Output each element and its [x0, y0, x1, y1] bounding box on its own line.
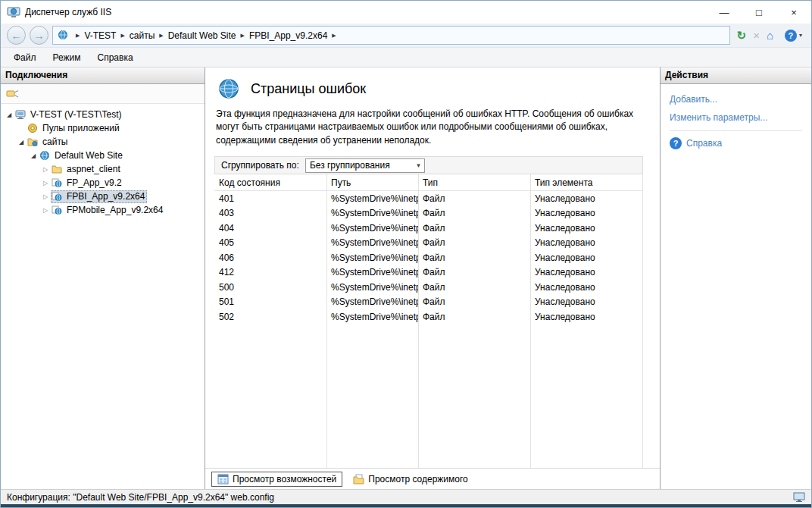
view-tabs-bar: Просмотр возможностейПросмотр содержимог…: [205, 468, 660, 489]
close-button[interactable]: ×: [776, 1, 811, 24]
breadcrumb-item[interactable]: V-TEST: [84, 30, 116, 41]
expander-icon[interactable]: ◢: [16, 139, 27, 146]
table-cell: %SystemDrive%\inetpu...: [326, 237, 418, 248]
action-item[interactable]: Изменить параметры...: [670, 112, 802, 123]
table-cell: Файл: [418, 282, 530, 293]
feature-view: Страницы ошибок Эта функция предназначен…: [205, 67, 660, 489]
view-tab[interactable]: Просмотр возможностей: [211, 472, 342, 487]
view-tab-label: Просмотр возможностей: [233, 474, 336, 484]
expander-icon[interactable]: ◢: [28, 152, 39, 159]
tree-item-body[interactable]: aspnet_client: [51, 163, 123, 176]
table-row[interactable]: 500%SystemDrive%\inetpu...ФайлУнаследова…: [214, 280, 642, 295]
maximize-button[interactable]: □: [742, 1, 776, 24]
action-link[interactable]: Справка: [686, 138, 722, 149]
help-icon: ?: [670, 137, 682, 149]
refresh-icon[interactable]: ↻: [737, 30, 747, 41]
group-by-dropdown[interactable]: Без группирования ▾: [305, 158, 425, 173]
folder-icon: [52, 164, 64, 174]
expander-icon[interactable]: ▷: [40, 207, 51, 214]
table-cell: %SystemDrive%\inetpu...: [326, 296, 418, 307]
column-header[interactable]: Тип элемента: [530, 177, 643, 188]
expander-icon[interactable]: ▷: [40, 180, 51, 187]
help-menu[interactable]: ? ▾: [780, 30, 802, 42]
tree-item-body[interactable]: FP_App_v9.2: [51, 177, 124, 190]
address-bar: ← → ▶V-TEST▶сайты▶Default Web Site▶FPBI_…: [1, 24, 811, 48]
tree-item-body[interactable]: Default Web Site: [39, 149, 125, 162]
tree-item-body[interactable]: V-TEST (V-TEST\Test): [14, 108, 123, 121]
stop-icon[interactable]: ×: [753, 30, 760, 41]
menu-item-1[interactable]: Режим: [45, 48, 89, 67]
menu-item-2[interactable]: Справка: [89, 48, 142, 67]
breadcrumb-arrow-icon[interactable]: ▶: [155, 33, 167, 39]
action-link[interactable]: Добавить...: [670, 94, 717, 105]
action-item[interactable]: Добавить...: [670, 94, 802, 105]
tree-item[interactable]: ◢сайты: [1, 135, 205, 149]
column-header[interactable]: Путь: [326, 177, 418, 188]
table-cell: Унаследовано: [530, 223, 643, 234]
iis-app-icon: [7, 6, 20, 18]
table-row[interactable]: 405%SystemDrive%\inetpu...ФайлУнаследова…: [214, 236, 642, 251]
table-row[interactable]: 412%SystemDrive%\inetpu...ФайлУнаследова…: [214, 265, 642, 281]
action-link[interactable]: Изменить параметры...: [670, 112, 767, 123]
breadcrumb-arrow-icon[interactable]: ▶: [236, 33, 249, 39]
actions-divider: [670, 130, 802, 131]
expander-icon[interactable]: ▷: [40, 193, 51, 200]
tree-item[interactable]: Пулы приложений: [1, 121, 205, 135]
expander-icon[interactable]: ▷: [40, 166, 51, 173]
tree-item[interactable]: ▷FPMobile_App_v9.2x64: [1, 203, 205, 217]
tree-item[interactable]: ◢V-TEST (V-TEST\Test): [1, 108, 205, 121]
group-by-bar: Сгруппировать по: Без группирования ▾: [214, 156, 643, 174]
forward-button[interactable]: →: [30, 26, 48, 45]
table-cell: Файл: [418, 296, 530, 307]
tree-item-body[interactable]: Пулы приложений: [27, 122, 122, 135]
table-body: 401%SystemDrive%\inetpu...ФайлУнаследова…: [214, 191, 642, 325]
tree-item[interactable]: ▷aspnet_client: [1, 162, 205, 176]
back-button[interactable]: ←: [7, 26, 26, 45]
status-text: Конфигурация: "Default Web Site/FPBI_App…: [7, 492, 274, 503]
breadcrumb-item[interactable]: сайты: [130, 30, 155, 41]
table-cell: Унаследовано: [530, 282, 643, 293]
connections-tree: ◢V-TEST (V-TEST\Test)Пулы приложений◢сай…: [1, 104, 205, 489]
table-row[interactable]: 403%SystemDrive%\inetpu...ФайлУнаследова…: [214, 206, 642, 221]
tree-item-body[interactable]: сайты: [27, 136, 70, 149]
table-row[interactable]: 401%SystemDrive%\inetpu...ФайлУнаследова…: [214, 191, 642, 206]
tree-item-body[interactable]: FPBI_App_v9.2x64: [51, 190, 147, 203]
menu-item-0[interactable]: Файл: [5, 48, 45, 67]
home-icon[interactable]: ⌂: [767, 30, 773, 41]
help-icon[interactable]: ?: [785, 30, 797, 42]
tree-item[interactable]: ▷FPBI_App_v9.2x64: [1, 190, 205, 203]
page-title: Страницы ошибок: [251, 81, 366, 97]
error-pages-table: Код состоянияПутьТипТип элемента 401%Sys…: [214, 174, 643, 468]
app-icon: [52, 205, 64, 215]
tree-item[interactable]: ◢Default Web Site: [1, 149, 205, 162]
minimize-button[interactable]: —: [707, 1, 742, 24]
table-cell: 404: [214, 223, 326, 234]
table-cell: %SystemDrive%\inetpu...: [326, 267, 418, 278]
tree-item-body[interactable]: FPMobile_App_v9.2x64: [51, 204, 165, 217]
table-cell: %SystemDrive%\inetpu...: [326, 223, 418, 234]
table-cell: 502: [214, 312, 326, 322]
breadcrumb-arrow-icon[interactable]: ▶: [71, 33, 84, 39]
table-row[interactable]: 406%SystemDrive%\inetpu...ФайлУнаследова…: [214, 250, 642, 265]
table-row[interactable]: 502%SystemDrive%\inetpu...ФайлУнаследова…: [214, 309, 642, 325]
table-cell: %SystemDrive%\inetpu...: [326, 252, 418, 263]
breadcrumb-item[interactable]: Default Web Site: [168, 30, 236, 41]
column-header[interactable]: Тип: [418, 177, 530, 188]
window-title: Диспетчер служб IIS: [25, 7, 111, 17]
table-row[interactable]: 404%SystemDrive%\inetpu...ФайлУнаследова…: [214, 221, 642, 236]
view-tab[interactable]: Просмотр содержимого: [347, 472, 473, 487]
table-cell: %SystemDrive%\inetpu...: [326, 193, 418, 204]
tree-item[interactable]: ▷FP_App_v9.2: [1, 176, 205, 190]
features-view-icon: [217, 474, 229, 484]
site-icon: [39, 150, 52, 161]
breadcrumb-arrow-icon[interactable]: ▶: [327, 33, 340, 39]
create-connection-icon[interactable]: [4, 86, 20, 102]
breadcrumb-item[interactable]: FPBI_App_v9.2x64: [249, 30, 327, 41]
column-header[interactable]: Код состояния: [214, 177, 326, 188]
expander-icon[interactable]: ◢: [4, 111, 14, 118]
breadcrumb-arrow-icon[interactable]: ▶: [116, 33, 129, 39]
action-item[interactable]: ?Справка: [670, 137, 802, 149]
chevron-down-icon: ▾: [799, 32, 802, 39]
content-area: Подключения ◢V-TEST (V-TEST\Test)Пулы пр…: [1, 67, 811, 489]
table-row[interactable]: 501%SystemDrive%\inetpu...ФайлУнаследова…: [214, 295, 642, 310]
